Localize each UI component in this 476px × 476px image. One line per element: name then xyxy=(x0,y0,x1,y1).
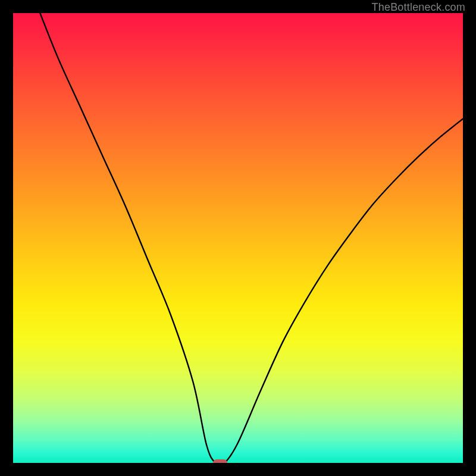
minimum-marker xyxy=(213,459,227,463)
chart-frame: TheBottleneck.com xyxy=(0,0,476,476)
bottleneck-curve xyxy=(13,13,463,463)
plot-area xyxy=(13,13,463,463)
watermark-text: TheBottleneck.com xyxy=(372,1,465,14)
